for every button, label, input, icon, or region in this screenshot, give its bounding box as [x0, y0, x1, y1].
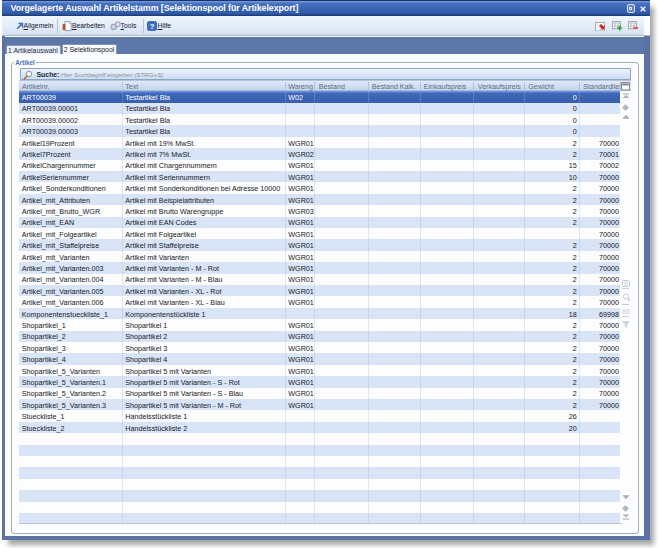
svg-text:?: ?: [150, 21, 155, 30]
svg-text:86: 86: [622, 308, 630, 315]
